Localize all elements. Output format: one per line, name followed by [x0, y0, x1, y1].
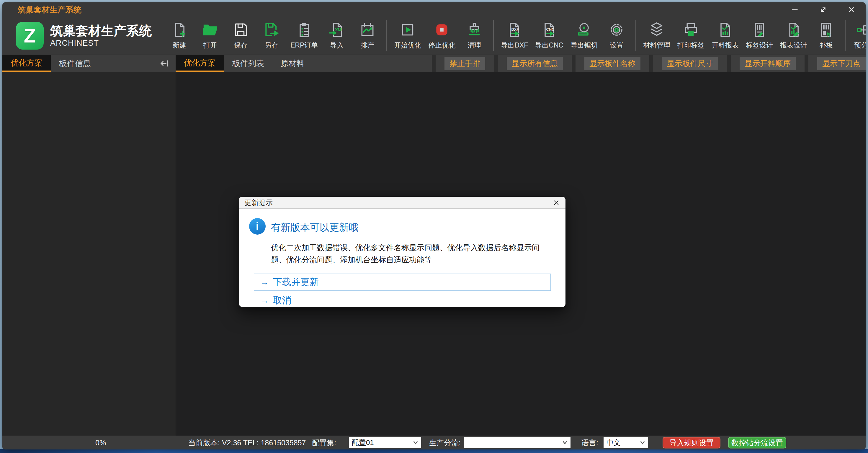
view-button-separator — [432, 55, 436, 72]
language-label: 语言: — [582, 437, 598, 447]
toolbar-button-label: 保存 — [234, 41, 248, 50]
toolbar: Z 筑巢套材生产系统 ARCHINEST 新建打开保存另存ERP订单XML导入排… — [2, 17, 866, 55]
dialog-close-button[interactable] — [553, 199, 560, 207]
main-tab-优化方案[interactable]: 优化方案 — [176, 55, 224, 72]
view-button-显示板件名称[interactable]: 显示板件名称 — [584, 57, 641, 70]
toolbar-button-material-manage[interactable]: 材料管理 — [640, 20, 674, 52]
clean-icon — [466, 22, 483, 38]
dialog-action-下载并更新[interactable]: →下载并更新 — [254, 274, 551, 291]
chevron-down-icon — [412, 440, 419, 446]
toolbar-button-export-saw[interactable]: 导出锯切 — [567, 20, 601, 52]
dialog-message: 优化二次加工数据错误、优化多文件名称显示问题、优化导入数据后名称显示问题、优化分… — [271, 242, 551, 266]
main-tabs: 优化方案板件列表原材料 — [176, 55, 423, 72]
toolbar-group-separator — [386, 20, 387, 51]
toolbar-button-label-design[interactable]: 标签设计 — [742, 20, 776, 52]
view-button-显示所有信息[interactable]: 显示所有信息 — [507, 57, 563, 70]
dialog-body: i 有新版本可以更新哦 优化二次加工数据错误、优化多文件名称显示问题、优化导入数… — [239, 209, 565, 307]
toolbar-button-save-as[interactable]: 另存 — [256, 20, 287, 52]
os-taskbar-strip — [0, 449, 868, 453]
view-button-显示下刀点[interactable]: 显示下刀点 — [817, 57, 866, 70]
export-dxf-icon: DXF — [506, 22, 523, 38]
main-tab-原材料[interactable]: 原材料 — [272, 55, 313, 72]
maximize-button[interactable] — [809, 2, 837, 17]
toolbar-button-patch-board[interactable]: 补补板 — [811, 20, 841, 52]
toolbar-button-print-label[interactable]: 打印标签 — [674, 20, 708, 52]
save-as-icon — [263, 22, 280, 38]
dialog-title-bar: 更新提示 — [239, 197, 565, 209]
production-split-select[interactable] — [464, 437, 570, 448]
toolbar-button-label: 清理 — [467, 41, 481, 50]
toolbar-button-label: ERP订单 — [290, 41, 318, 50]
toolbar-button-import-xml[interactable]: XML导入 — [321, 20, 352, 52]
print-label-icon — [683, 22, 699, 38]
toolbar-group-separator — [845, 20, 845, 51]
arrow-right-icon: → — [260, 277, 269, 287]
import-rules-settings-button[interactable]: 导入规则设置 — [662, 437, 720, 448]
toolbar-group-separator — [636, 20, 636, 51]
progress-value: 0% — [95, 438, 106, 447]
toolbar-button-clean[interactable]: 清理 — [459, 20, 490, 52]
tab-bar: 优化方案板件信息 优化方案板件列表原材料 禁止手排显示所有信息显示板件名称显示板… — [2, 55, 866, 72]
view-button-禁止手排[interactable]: 禁止手排 — [444, 57, 485, 70]
import-xml-icon: XML — [329, 22, 345, 38]
view-button-显示板件尺寸[interactable]: 显示板件尺寸 — [662, 57, 718, 70]
toolbar-button-label: 排产 — [361, 41, 374, 50]
left-panel-tabs: 优化方案板件信息 — [2, 55, 176, 72]
patch-board-icon: 补 — [818, 22, 834, 38]
toolbar-button-erp-order[interactable]: ERP订单 — [287, 20, 321, 52]
minimize-icon — [790, 5, 800, 15]
app-logo: Z — [16, 22, 44, 50]
toolbar-button-schedule[interactable]: 排产 — [352, 20, 383, 52]
toolbar-button-save[interactable]: 保存 — [225, 20, 256, 52]
label-design-icon — [751, 22, 768, 38]
toolbar-button-cutting-report[interactable]: 开料报表 — [708, 20, 742, 52]
settings-icon — [608, 22, 625, 38]
window-controls — [781, 2, 866, 17]
material-manage-icon — [648, 22, 665, 38]
pre-package-icon — [856, 22, 866, 38]
toolbar-button-export-cnc[interactable]: CNC导出CNC — [531, 20, 567, 52]
dialog-action-取消[interactable]: →取消 — [254, 294, 551, 307]
main-tab-板件列表[interactable]: 板件列表 — [224, 55, 272, 72]
toolbar-button-label: 材料管理 — [643, 41, 670, 50]
collapse-panel-button[interactable] — [159, 55, 176, 72]
toolbar-button-settings[interactable]: 设置 — [601, 20, 632, 52]
toolbar-button-doc-new[interactable]: 新建 — [164, 20, 195, 52]
desktop: 筑巢套材生产系统 Z 筑巢套材生产系统 ARCHINEST — [0, 0, 868, 453]
collapse-left-icon — [159, 58, 170, 69]
left-tab-板件信息[interactable]: 板件信息 — [51, 55, 99, 72]
toolbar-group-separator — [493, 20, 494, 51]
config-set-select[interactable]: 配置01 — [349, 437, 421, 448]
report-design-icon — [785, 22, 802, 38]
toolbar-button-label: 预分包 — [855, 41, 866, 50]
toolbar-button-report-design[interactable]: 报表设计 — [776, 20, 811, 52]
left-tab-优化方案[interactable]: 优化方案 — [2, 55, 51, 72]
toolbar-button-pre-package[interactable]: 预分包 — [849, 20, 866, 52]
title-bar: 筑巢套材生产系统 — [2, 2, 866, 17]
toolbar-button-start-optimize[interactable]: 开始优化 — [391, 20, 425, 52]
toolbar-button-label: 导出CNC — [535, 41, 563, 50]
brand-names: 筑巢套材生产系统 ARCHINEST — [50, 24, 152, 48]
view-button-显示开料顺序[interactable]: 显示开料顺序 — [740, 57, 796, 70]
toolbar-button-label: 补板 — [819, 41, 833, 50]
dialog-action-label: 下载并更新 — [273, 276, 319, 288]
language-value: 中文 — [607, 438, 621, 447]
minimize-button[interactable] — [781, 2, 809, 17]
language-select[interactable]: 中文 — [603, 437, 648, 448]
config-set-value: 配置01 — [352, 438, 374, 447]
view-button-separator — [494, 55, 498, 72]
cnc-drill-split-settings-button[interactable]: 数控钻分流设置 — [728, 437, 786, 448]
update-dialog: 更新提示 i 有新版本可以更新哦 优化二次加工数据错误、优化多文件名称显示问题、… — [239, 197, 565, 307]
toolbar-button-label: 报表设计 — [780, 41, 807, 50]
close-button[interactable] — [837, 2, 866, 17]
toolbar-button-folder-open[interactable]: 打开 — [195, 20, 225, 52]
toolbar-button-label: 设置 — [610, 41, 623, 50]
toolbar-button-label: 标签设计 — [746, 41, 773, 50]
toolbar-button-label: 停止优化 — [428, 41, 456, 50]
view-button-separator — [649, 55, 653, 72]
save-icon — [232, 22, 249, 38]
toolbar-button-export-dxf[interactable]: DXF导出DXF — [497, 20, 531, 52]
left-panel — [2, 72, 176, 435]
toolbar-button-stop-optimize[interactable]: 停止优化 — [425, 20, 459, 52]
toolbar-button-label: 导出锯切 — [570, 41, 598, 50]
